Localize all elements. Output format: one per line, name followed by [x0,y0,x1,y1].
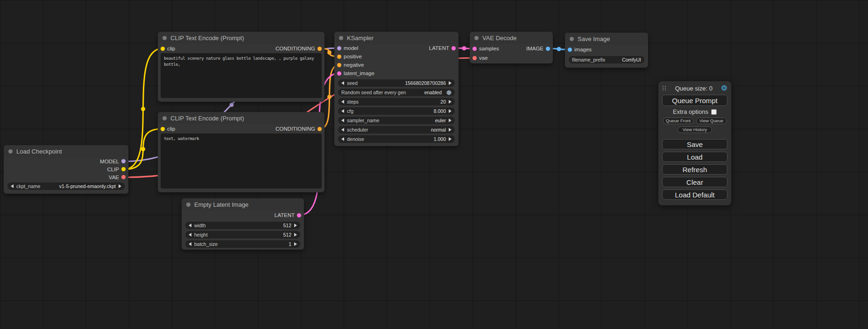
collapse-dot-icon[interactable] [474,36,479,40]
vae-slot-dot-icon[interactable] [473,56,477,60]
latent-slot-dot-icon[interactable] [297,213,301,217]
node-save-image[interactable]: Save Image images filename_prefix ComfyU… [565,33,648,68]
extra-options-checkbox[interactable] [711,109,717,115]
widget-scheduler[interactable]: scheduler normal [338,126,455,133]
widget-steps[interactable]: steps 20 [338,98,455,105]
widget-sampler-name[interactable]: sampler_name euler [338,117,455,124]
collapse-dot-icon[interactable] [8,149,13,154]
increment-arrow-icon[interactable] [294,242,297,246]
increment-arrow-icon[interactable] [449,81,452,85]
decrement-arrow-icon[interactable] [341,81,344,85]
widget-height[interactable]: height 512 [185,231,300,238]
widget-filename-prefix[interactable]: filename_prefix ComfyUI [569,56,644,63]
collapse-dot-icon[interactable] [162,116,167,120]
clear-button[interactable]: Clear [662,177,727,187]
input-slot-vae[interactable]: vae [470,55,488,61]
decrement-arrow-icon[interactable] [189,224,191,227]
decrement-arrow-icon[interactable] [341,109,344,113]
prompt-textarea[interactable]: beautiful scenery nature glass bottle la… [161,53,322,98]
image-slot-dot-icon[interactable] [546,47,550,51]
widget-seed[interactable]: seed 156680208700286 [338,79,455,87]
decrement-arrow-icon[interactable] [11,184,14,188]
model-slot-dot-icon[interactable] [337,46,341,50]
image-slot-dot-icon[interactable] [568,48,572,52]
input-slot-model[interactable]: model [334,45,358,51]
node-load-checkpoint[interactable]: Load Checkpoint MODEL CLIP VAE ckpt_name… [4,145,128,194]
queue-prompt-button[interactable]: Queue Prompt [662,95,727,106]
latent-slot-dot-icon[interactable] [473,47,477,51]
increment-arrow-icon[interactable] [119,184,121,188]
input-slot-clip[interactable]: clip [158,46,175,51]
decrement-arrow-icon[interactable] [341,128,344,132]
conditioning-slot-dot-icon[interactable] [318,127,322,131]
output-slot-latent[interactable]: LATENT [429,45,459,51]
queue-front-button[interactable]: Queue Front [663,118,693,124]
input-slot-images[interactable]: images [565,47,592,52]
output-slot-latent[interactable]: LATENT [275,212,304,218]
node-title-bar[interactable]: CLIP Text Encode (Prompt) [158,112,325,124]
node-title-bar[interactable]: VAE Decode [470,32,553,44]
node-title-bar[interactable]: Empty Latent Image [182,198,304,210]
input-slot-negative[interactable]: negative [334,62,364,68]
output-slot-clip[interactable]: CLIP [107,167,128,172]
conditioning-slot-dot-icon[interactable] [337,55,341,59]
widget-batch-size[interactable]: batch_size 1 [185,240,300,248]
widget-cfg[interactable]: cfg 8.000 [338,107,455,115]
increment-arrow-icon[interactable] [294,224,297,227]
widget-random-seed-toggle[interactable]: Random seed after every gen enabled [338,89,455,96]
clip-slot-dot-icon[interactable] [161,127,165,131]
output-slot-conditioning[interactable]: CONDITIONING [275,46,325,51]
widget-denoise[interactable]: denoise 1.000 [338,135,455,143]
input-slot-clip[interactable]: clip [158,126,175,132]
view-queue-button[interactable]: View Queue [696,118,727,124]
decrement-arrow-icon[interactable] [341,137,344,141]
drag-handle-icon[interactable] [662,85,667,91]
settings-gear-icon[interactable]: ⚙ [721,84,727,92]
conditioning-slot-dot-icon[interactable] [318,47,322,51]
clip-slot-dot-icon[interactable] [161,47,165,51]
latent-slot-dot-icon[interactable] [337,71,341,76]
increment-arrow-icon[interactable] [449,137,452,141]
increment-arrow-icon[interactable] [449,128,452,132]
output-slot-image[interactable]: IMAGE [526,46,553,51]
view-history-button[interactable]: View History [677,126,712,133]
load-default-button[interactable]: Load Default [662,189,727,200]
node-title-bar[interactable]: CLIP Text Encode (Prompt) [158,32,325,44]
collapse-dot-icon[interactable] [570,37,574,41]
node-clip-text-encode-positive[interactable]: CLIP Text Encode (Prompt) clip CONDITION… [158,32,325,102]
decrement-arrow-icon[interactable] [189,242,191,246]
vae-slot-dot-icon[interactable] [121,175,126,179]
node-title-bar[interactable]: Load Checkpoint [4,145,128,157]
increment-arrow-icon[interactable] [449,100,452,104]
node-title-bar[interactable]: Save Image [565,33,648,45]
node-ksampler[interactable]: KSampler model LATENT positive negative … [334,32,459,146]
output-slot-conditioning[interactable]: CONDITIONING [275,126,325,132]
decrement-arrow-icon[interactable] [341,119,344,122]
node-title-bar[interactable]: KSampler [334,32,459,44]
widget-ckpt-name[interactable]: ckpt_name v1-5-pruned-emaonly.ckpt [7,182,125,190]
collapse-dot-icon[interactable] [339,36,343,40]
collapse-dot-icon[interactable] [162,36,167,40]
input-slot-positive[interactable]: positive [334,54,362,59]
conditioning-slot-dot-icon[interactable] [337,63,341,67]
increment-arrow-icon[interactable] [449,119,452,122]
latent-slot-dot-icon[interactable] [452,46,456,50]
increment-arrow-icon[interactable] [449,109,452,113]
decrement-arrow-icon[interactable] [189,233,191,237]
input-slot-latent-image[interactable]: latent_image [334,70,374,76]
widget-width[interactable]: width 512 [185,222,300,229]
collapse-dot-icon[interactable] [186,203,191,207]
save-button[interactable]: Save [662,139,727,149]
refresh-button[interactable]: Refresh [662,164,727,175]
node-clip-text-encode-negative[interactable]: CLIP Text Encode (Prompt) clip CONDITION… [158,112,325,192]
decrement-arrow-icon[interactable] [341,100,344,104]
increment-arrow-icon[interactable] [294,233,297,237]
output-slot-vae[interactable]: VAE [109,175,128,180]
model-slot-dot-icon[interactable] [121,159,126,163]
toggle-dot-icon[interactable] [446,90,452,95]
load-button[interactable]: Load [662,152,727,162]
input-slot-samples[interactable]: samples [470,46,499,51]
clip-slot-dot-icon[interactable] [121,167,126,171]
node-empty-latent-image[interactable]: Empty Latent Image LATENT width 512 heig… [182,198,304,250]
node-vae-decode[interactable]: VAE Decode samples IMAGE vae [470,32,553,63]
